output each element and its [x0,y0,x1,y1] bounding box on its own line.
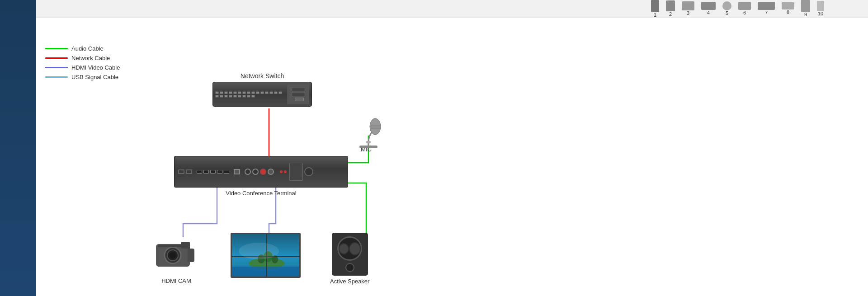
svg-rect-14 [158,245,188,247]
hdmi-line-icon [45,67,68,68]
display-content [232,234,301,278]
svg-rect-13 [188,249,194,262]
device-item-10: 10 [817,1,824,16]
usb-cable-label: USB Signal Cable [71,74,118,80]
vct-right-section [280,163,313,181]
audio-line-icon [45,48,68,49]
device-item-7: 7 [758,2,775,15]
sidebar-stripe [0,0,36,296]
device-item-5: 5 [722,1,731,16]
mic-icon [353,115,384,149]
mic: MIC [353,115,380,153]
network-line-icon [45,57,68,59]
diagram: Network Switch [118,43,434,296]
switch-ports [215,91,285,98]
network-switch-label: Network Switch [212,72,312,80]
device-item-2: 2 [666,0,675,17]
speaker-woofer [337,236,362,261]
vct-usb-section [178,169,192,174]
device-item-3: 3 [682,1,694,16]
audio-cable-label: Audio Cable [71,45,104,52]
white-area: Audio Cable Network Cable HDMI Video Cab… [36,18,868,296]
hdmi-cable-label: HDMI Video Cable [71,64,120,71]
legend: Audio Cable Network Cable HDMI Video Cab… [45,45,120,83]
network-switch: Network Switch [212,72,312,107]
display-screen [231,233,301,278]
vct-label: Video Conference Terminal [174,190,348,197]
device-item-4: 4 [701,2,716,15]
hdmi-cam-icon [154,237,199,273]
vct: Video Conference Terminal [174,156,348,197]
usb-line-icon [45,76,68,78]
vct-network-port [234,169,240,174]
vct-audio-section [245,169,274,175]
display [231,233,301,278]
device-item-9: 9 [801,0,810,17]
svg-rect-2 [359,146,377,148]
vct-hdmi-section [197,170,229,174]
svg-rect-7 [366,141,371,143]
hdmi-cam: HDMI CAM [154,237,199,284]
vct-device [174,156,348,188]
legend-hdmi: HDMI Video Cable [45,64,120,71]
hdmi-cam-label: HDMI CAM [154,277,199,284]
svg-point-18 [264,251,273,262]
active-speaker: Active Speaker [330,233,369,285]
speaker-body [332,233,368,276]
device-item-1: 1 [651,0,659,18]
svg-point-17 [258,254,265,263]
top-device-list: 1 2 3 4 5 6 7 [642,0,868,17]
active-speaker-label: Active Speaker [330,278,369,285]
legend-usb: USB Signal Cable [45,74,120,80]
switch-side [287,84,309,104]
svg-point-11 [170,252,176,258]
legend-network: Network Cable [45,55,120,61]
speaker-tweeter [345,263,354,272]
network-cable-label: Network Cable [71,55,110,61]
toolbar: 1 2 3 4 5 6 7 [36,0,868,18]
legend-audio: Audio Cable [45,45,120,52]
network-switch-device [212,82,312,107]
svg-point-3 [370,118,381,135]
device-item-8: 8 [782,2,794,15]
main-content: 1 2 3 4 5 6 7 [36,0,868,296]
device-item-6: 6 [738,2,751,15]
mic-body [353,115,380,145]
